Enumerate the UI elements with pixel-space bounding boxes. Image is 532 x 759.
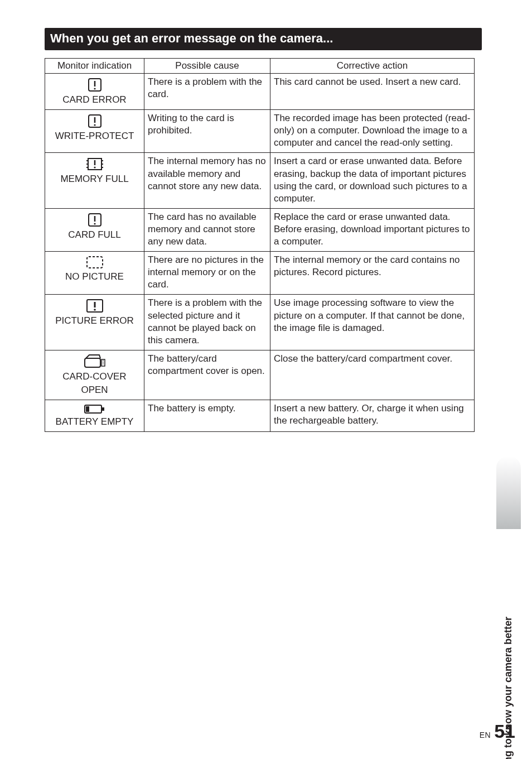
monitor-label: CARD FULL <box>68 229 120 241</box>
warn-box-icon <box>87 113 103 129</box>
page-footer: EN 51 <box>480 720 515 742</box>
section-title: When you get an error message on the cam… <box>50 31 333 45</box>
table-row: WRITE-PROTECT Writing to the card is pro… <box>45 110 475 153</box>
correction-cell: Close the battery/card compartment cover… <box>270 350 475 400</box>
section-header: When you get an error message on the cam… <box>45 28 482 50</box>
monitor-label: WRITE-PROTECT <box>55 130 134 142</box>
cause-cell: The internal memory has no available mem… <box>144 153 270 208</box>
card-cover-icon <box>83 354 107 369</box>
cause-cell: The battery/card compartment cover is op… <box>144 350 270 400</box>
header-correction: Corrective action <box>270 59 475 74</box>
error-table: Monitor indication Possible cause Correc… <box>45 58 475 432</box>
svg-rect-18 <box>87 257 103 268</box>
svg-point-5 <box>94 124 95 126</box>
correction-cell: Replace the card or erase unwanted data.… <box>270 208 475 251</box>
warn-box-icon <box>87 212 103 228</box>
correction-cell: Use image processing software to view th… <box>270 295 475 350</box>
table-row: PICTURE ERROR There is a problem with th… <box>45 295 475 350</box>
monitor-label: BATTERY EMPTY <box>56 416 134 428</box>
table-row: MEMORY FULL The internal memory has no a… <box>45 153 475 208</box>
cause-cell: There are no pictures in the internal me… <box>144 252 270 295</box>
correction-cell: Insert a card or erase unwanted data. Be… <box>270 153 475 208</box>
side-tab: Getting to know your camera better <box>496 261 521 529</box>
header-monitor: Monitor indication <box>45 59 144 74</box>
svg-rect-28 <box>102 407 104 411</box>
dashed-box-icon <box>85 255 104 270</box>
monitor-label: OPEN <box>81 384 108 396</box>
cause-cell: The battery is empty. <box>144 400 270 431</box>
cause-cell: There is a problem with the selected pic… <box>144 295 270 350</box>
monitor-label: PICTURE ERROR <box>55 315 134 327</box>
svg-rect-29 <box>86 406 89 412</box>
footer-page: 51 <box>494 720 515 742</box>
table-row: BATTERY EMPTY The battery is empty. Inse… <box>45 400 475 431</box>
correction-cell: The recorded image has been protected (r… <box>270 110 475 153</box>
cause-cell: Writing to the card is prohibited. <box>144 110 270 153</box>
svg-rect-22 <box>85 358 100 367</box>
monitor-label: CARD-COVER <box>62 371 126 383</box>
correction-cell: The internal memory or the card contains… <box>270 252 475 295</box>
table-row: NO PICTURE There are no pictures in the … <box>45 252 475 295</box>
svg-point-17 <box>94 223 95 224</box>
correction-cell: This card cannot be used. Insert a new c… <box>270 74 475 110</box>
table-header-row: Monitor indication Possible cause Correc… <box>45 59 475 74</box>
table-row: CARD-COVER OPEN The battery/card compart… <box>45 350 475 400</box>
header-cause: Possible cause <box>144 59 270 74</box>
table-row: CARD FULL The card has no available memo… <box>45 208 475 251</box>
battery-icon <box>84 403 106 415</box>
table-row: CARD ERROR There is a problem with the c… <box>45 74 475 110</box>
page: When you get an error message on the cam… <box>0 0 532 759</box>
svg-point-21 <box>94 309 96 311</box>
memory-bracket-icon <box>86 156 104 172</box>
side-tab-shade <box>496 457 521 529</box>
cause-cell: There is a problem with the card. <box>144 74 270 110</box>
svg-point-2 <box>94 88 95 89</box>
cause-cell: The card has no available memory and can… <box>144 208 270 251</box>
footer-lang: EN <box>480 731 491 739</box>
monitor-label: NO PICTURE <box>65 271 124 283</box>
monitor-label: MEMORY FULL <box>60 173 128 185</box>
correction-cell: Insert a new battery. Or, charge it when… <box>270 400 475 431</box>
warn-box-solid-icon <box>85 298 104 314</box>
monitor-label: CARD ERROR <box>62 94 126 106</box>
warn-box-icon <box>87 77 103 93</box>
svg-point-14 <box>94 167 95 169</box>
